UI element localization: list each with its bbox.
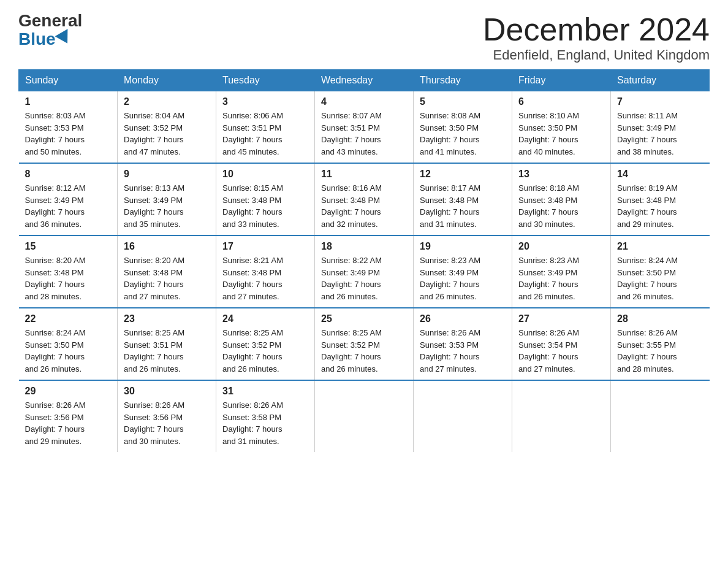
calendar-week-4: 22Sunrise: 8:24 AMSunset: 3:50 PMDayligh… [19, 308, 710, 380]
day-info: Sunrise: 8:21 AMSunset: 3:48 PMDaylight:… [222, 255, 308, 302]
day-number: 21 [617, 241, 703, 252]
day-number: 3 [222, 96, 308, 107]
day-number: 7 [617, 96, 703, 107]
calendar-cell: 17Sunrise: 8:21 AMSunset: 3:48 PMDayligh… [216, 236, 315, 308]
day-info: Sunrise: 8:03 AMSunset: 3:53 PMDaylight:… [25, 110, 112, 158]
day-number: 1 [25, 96, 112, 107]
calendar-cell: 5Sunrise: 8:08 AMSunset: 3:50 PMDaylight… [414, 91, 512, 164]
day-info: Sunrise: 8:25 AMSunset: 3:52 PMDaylight:… [321, 327, 407, 375]
calendar-table: Sunday Monday Tuesday Wednesday Thursday… [18, 69, 710, 452]
calendar-cell: 23Sunrise: 8:25 AMSunset: 3:51 PMDayligh… [118, 308, 216, 380]
day-number: 31 [222, 386, 308, 397]
day-info: Sunrise: 8:23 AMSunset: 3:49 PMDaylight:… [420, 255, 506, 302]
day-info: Sunrise: 8:13 AMSunset: 3:49 PMDaylight:… [124, 182, 210, 230]
logo-blue-text: Blue [18, 29, 72, 49]
header-saturday: Saturday [611, 70, 710, 91]
calendar-cell: 19Sunrise: 8:23 AMSunset: 3:49 PMDayligh… [414, 236, 512, 308]
header-wednesday: Wednesday [315, 70, 414, 91]
calendar-cell: 29Sunrise: 8:26 AMSunset: 3:56 PMDayligh… [19, 380, 118, 452]
day-number: 15 [25, 241, 112, 252]
day-number: 20 [518, 241, 604, 252]
calendar-cell: 10Sunrise: 8:15 AMSunset: 3:48 PMDayligh… [216, 163, 315, 236]
day-info: Sunrise: 8:17 AMSunset: 3:48 PMDaylight:… [420, 182, 506, 230]
header-row: Sunday Monday Tuesday Wednesday Thursday… [19, 70, 710, 91]
day-info: Sunrise: 8:19 AMSunset: 3:48 PMDaylight:… [617, 182, 703, 230]
day-number: 30 [124, 386, 210, 397]
calendar-body: 1Sunrise: 8:03 AMSunset: 3:53 PMDaylight… [19, 91, 710, 453]
day-info: Sunrise: 8:18 AMSunset: 3:48 PMDaylight:… [518, 182, 604, 230]
day-number: 4 [321, 96, 407, 107]
day-info: Sunrise: 8:25 AMSunset: 3:51 PMDaylight:… [124, 327, 210, 375]
day-info: Sunrise: 8:26 AMSunset: 3:56 PMDaylight:… [25, 399, 112, 447]
day-number: 14 [617, 169, 703, 180]
calendar-header: Sunday Monday Tuesday Wednesday Thursday… [19, 70, 710, 91]
day-number: 29 [25, 386, 112, 397]
day-info: Sunrise: 8:12 AMSunset: 3:49 PMDaylight:… [25, 182, 112, 230]
day-info: Sunrise: 8:04 AMSunset: 3:52 PMDaylight:… [124, 110, 210, 158]
calendar-cell: 14Sunrise: 8:19 AMSunset: 3:48 PMDayligh… [611, 163, 710, 236]
calendar-cell: 3Sunrise: 8:06 AMSunset: 3:51 PMDaylight… [216, 91, 315, 164]
calendar-cell [611, 380, 710, 452]
header-monday: Monday [118, 70, 216, 91]
calendar-cell: 27Sunrise: 8:26 AMSunset: 3:54 PMDayligh… [512, 308, 611, 380]
logo-triangle-icon [55, 29, 74, 47]
title-block: December 2024 Edenfield, England, United… [483, 12, 710, 63]
calendar-cell: 26Sunrise: 8:26 AMSunset: 3:53 PMDayligh… [414, 308, 512, 380]
header-sunday: Sunday [19, 70, 118, 91]
day-info: Sunrise: 8:23 AMSunset: 3:49 PMDaylight:… [518, 255, 604, 302]
day-info: Sunrise: 8:15 AMSunset: 3:48 PMDaylight:… [222, 182, 308, 230]
calendar-cell: 4Sunrise: 8:07 AMSunset: 3:51 PMDaylight… [315, 91, 414, 164]
day-number: 16 [124, 241, 210, 252]
calendar-cell: 6Sunrise: 8:10 AMSunset: 3:50 PMDaylight… [512, 91, 611, 164]
day-number: 18 [321, 241, 407, 252]
calendar-cell: 24Sunrise: 8:25 AMSunset: 3:52 PMDayligh… [216, 308, 315, 380]
calendar-cell: 21Sunrise: 8:24 AMSunset: 3:50 PMDayligh… [611, 236, 710, 308]
calendar-week-5: 29Sunrise: 8:26 AMSunset: 3:56 PMDayligh… [19, 380, 710, 452]
day-info: Sunrise: 8:07 AMSunset: 3:51 PMDaylight:… [321, 110, 407, 158]
calendar-cell: 9Sunrise: 8:13 AMSunset: 3:49 PMDaylight… [118, 163, 216, 236]
calendar-cell [512, 380, 611, 452]
calendar-cell: 15Sunrise: 8:20 AMSunset: 3:48 PMDayligh… [19, 236, 118, 308]
day-info: Sunrise: 8:24 AMSunset: 3:50 PMDaylight:… [25, 327, 112, 375]
header-tuesday: Tuesday [216, 70, 315, 91]
day-number: 28 [617, 313, 703, 324]
header-friday: Friday [512, 70, 611, 91]
day-info: Sunrise: 8:26 AMSunset: 3:55 PMDaylight:… [617, 327, 703, 375]
day-number: 13 [518, 169, 604, 180]
day-info: Sunrise: 8:25 AMSunset: 3:52 PMDaylight:… [222, 327, 308, 375]
day-number: 17 [222, 241, 308, 252]
logo: General Blue [18, 12, 82, 49]
day-info: Sunrise: 8:26 AMSunset: 3:56 PMDaylight:… [124, 399, 210, 447]
month-title: December 2024 [483, 12, 710, 47]
calendar-week-1: 1Sunrise: 8:03 AMSunset: 3:53 PMDaylight… [19, 91, 710, 164]
day-number: 22 [25, 313, 112, 324]
calendar-cell: 7Sunrise: 8:11 AMSunset: 3:49 PMDaylight… [611, 91, 710, 164]
day-number: 26 [420, 313, 506, 324]
calendar-cell: 22Sunrise: 8:24 AMSunset: 3:50 PMDayligh… [19, 308, 118, 380]
day-info: Sunrise: 8:22 AMSunset: 3:49 PMDaylight:… [321, 255, 407, 302]
day-info: Sunrise: 8:24 AMSunset: 3:50 PMDaylight:… [617, 255, 703, 302]
logo-general-text: General [18, 12, 82, 29]
day-number: 6 [518, 96, 604, 107]
day-number: 23 [124, 313, 210, 324]
calendar-cell [315, 380, 414, 452]
day-info: Sunrise: 8:20 AMSunset: 3:48 PMDaylight:… [124, 255, 210, 302]
day-info: Sunrise: 8:26 AMSunset: 3:53 PMDaylight:… [420, 327, 506, 375]
day-number: 9 [124, 169, 210, 180]
day-info: Sunrise: 8:10 AMSunset: 3:50 PMDaylight:… [518, 110, 604, 158]
calendar-cell: 2Sunrise: 8:04 AMSunset: 3:52 PMDaylight… [118, 91, 216, 164]
calendar-cell: 30Sunrise: 8:26 AMSunset: 3:56 PMDayligh… [118, 380, 216, 452]
day-info: Sunrise: 8:06 AMSunset: 3:51 PMDaylight:… [222, 110, 308, 158]
calendar-cell [414, 380, 512, 452]
day-info: Sunrise: 8:11 AMSunset: 3:49 PMDaylight:… [617, 110, 703, 158]
header-thursday: Thursday [414, 70, 512, 91]
calendar-cell: 20Sunrise: 8:23 AMSunset: 3:49 PMDayligh… [512, 236, 611, 308]
day-number: 11 [321, 169, 407, 180]
day-number: 12 [420, 169, 506, 180]
day-info: Sunrise: 8:26 AMSunset: 3:54 PMDaylight:… [518, 327, 604, 375]
day-number: 8 [25, 169, 112, 180]
day-number: 5 [420, 96, 506, 107]
calendar-week-2: 8Sunrise: 8:12 AMSunset: 3:49 PMDaylight… [19, 163, 710, 236]
day-info: Sunrise: 8:16 AMSunset: 3:48 PMDaylight:… [321, 182, 407, 230]
day-number: 10 [222, 169, 308, 180]
